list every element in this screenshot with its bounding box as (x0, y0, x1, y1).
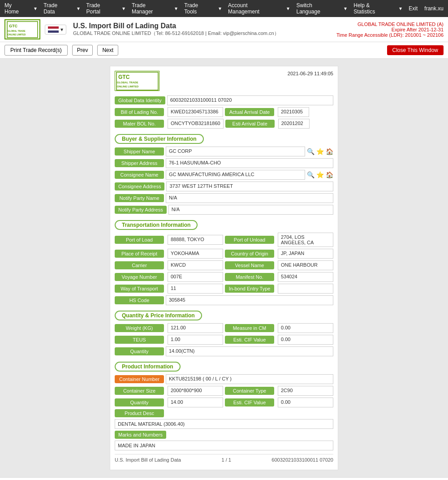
record-logo: GTC GLOBAL TRADE ONLINE LIMITED (115, 71, 159, 91)
username: frank.xu (424, 5, 444, 12)
master-bol-label: Mater BOL No. (115, 120, 164, 128)
svg-text:ONLINE LIMITED: ONLINE LIMITED (8, 33, 26, 36)
inbond-label: In-bond Entry Type (225, 285, 274, 293)
nav-trade-tools[interactable]: Trade Tools (184, 2, 212, 15)
carrier-pair: Carrier KWCD (115, 260, 223, 270)
container-number-label: Container Number (115, 375, 164, 383)
main-record-panel: GTC GLOBAL TRADE ONLINE LIMITED 2021-06-… (110, 66, 338, 470)
shipper-address-row: Shipper Address 76-1 HASUNUMA-CHO (115, 158, 333, 168)
container-size-type-row: Container Size 2000*800*900 Container Ty… (115, 386, 333, 396)
transportation-section: Transportation Information Port of Load … (115, 216, 333, 305)
global-data-identity-label: Global Data Identity (115, 96, 165, 104)
measure-value: 0.00 (278, 323, 333, 333)
company-logo: GTC GLOBAL TRADE ONLINE LIMITED (4, 19, 40, 39)
transport-value: 11 (168, 284, 223, 294)
weight-value: 121.00 (168, 323, 223, 333)
shipper-address-value: 76-1 HASUNUMA-CHO (166, 158, 333, 168)
esti-arrival-label: Esti Arrival Date (225, 120, 275, 128)
nav-trade-portal[interactable]: Trade Portal (86, 2, 116, 15)
logo-area: GTC GLOBAL TRADE ONLINE LIMITED ▾ (4, 19, 66, 39)
hs-code-value: 305845 (166, 295, 333, 305)
manifest-label: Manifest No. (225, 273, 274, 281)
cif2-label: Esti. CIF Value (225, 398, 274, 406)
master-bol-pair: Mater BOL No. ONCYTYOB32181860 (115, 119, 224, 129)
shipper-icons: 🔍 ⭐ 🏠 (307, 148, 333, 155)
quantity-price-header: Quantity & Price Information (115, 311, 202, 320)
origin-label: Country of Origin (225, 250, 274, 258)
home-icon-shipper[interactable]: 🏠 (326, 148, 333, 155)
bol-label: Bill of Lading No. (115, 108, 164, 116)
receipt-pair: Place of Receipt YOKOHAMA (115, 249, 223, 259)
port-load-pair: Port of Load 88888, TOKYO (115, 235, 223, 245)
consignee-name-value: GC MANUFACTURING AMERICA LLC (166, 170, 305, 180)
port-load-label: Port of Load (115, 236, 164, 244)
record-label-bottom: U.S. Import Bill of Lading Data (115, 457, 181, 463)
notify-party-name-row: Notify Party Name N/A (115, 193, 333, 203)
star-icon-shipper[interactable]: ⭐ (316, 148, 324, 155)
actual-arrival-label: Actual Arrival Date (225, 108, 274, 116)
nav-my-home[interactable]: My Home (4, 2, 27, 15)
esti-arrival-pair: Esti Arrival Date 20201202 (225, 119, 333, 129)
us-flag-icon (48, 26, 59, 33)
notify-party-address-value: N/A (168, 205, 333, 215)
search-icon-consignee[interactable]: 🔍 (307, 171, 314, 178)
global-data-identity-value: 60032021033100011 07020 (167, 95, 333, 105)
cif2-value: 0.00 (278, 398, 333, 407)
record-header: GTC GLOBAL TRADE ONLINE LIMITED 2021-06-… (115, 71, 333, 91)
teus-label: TEUS (115, 336, 164, 344)
language-selector[interactable]: ▾ (45, 25, 66, 35)
transport-inbond-row: Way of Transport 11 In-bond Entry Type (115, 284, 333, 294)
marks-label: Marks and Numbers (115, 431, 166, 439)
nav-account-management[interactable]: Account Management (228, 2, 280, 15)
notify-party-name-label: Notify Party Name (115, 194, 164, 202)
container-size-label: Container Size (115, 387, 164, 395)
carrier-label: Carrier (115, 261, 164, 269)
time-range: Time Range Accessible (LDR): 201001 ~ 20… (336, 32, 444, 38)
cif1-pair: Esti. CIF Value 0.00 (225, 335, 333, 345)
svg-text:GTC: GTC (118, 74, 130, 80)
global-data-identity-row: Global Data Identity 60032021033100011 0… (115, 95, 333, 105)
top-nav: My Home ▾ Trade Data ▾ Trade Portal ▾ Tr… (0, 0, 448, 17)
shipper-name-label: Shipper Name (115, 147, 164, 156)
consignee-name-label: Consignee Name (115, 171, 164, 179)
pagination: 1 / 1 (221, 457, 231, 463)
marks-label-row: Marks and Numbers (115, 431, 333, 439)
origin-pair: Country of Origin JP, JAPAN (225, 249, 333, 259)
nav-trade-manager[interactable]: Trade Manager (132, 2, 168, 15)
close-button-top[interactable]: Close This Window (387, 45, 444, 55)
teus-value: 1.00 (168, 335, 223, 345)
product-desc-value: DENTAL MATERIAL (3006.40) (115, 419, 333, 429)
inbond-pair: In-bond Entry Type (225, 284, 333, 294)
quantity-value: 14.00(CTN) (166, 346, 333, 356)
prev-button-top[interactable]: Prev (72, 45, 93, 56)
home-icon-consignee[interactable]: 🏠 (326, 171, 333, 178)
svg-text:GLOBAL TRADE: GLOBAL TRADE (8, 30, 26, 32)
shipper-name-value: GC CORP (166, 147, 305, 156)
print-button-top[interactable]: Print Trade Record(s) (4, 45, 68, 56)
nav-switch-language[interactable]: Switch Language (296, 2, 337, 15)
search-icon-shipper[interactable]: 🔍 (307, 148, 314, 155)
nav-trade-data[interactable]: Trade Data (43, 2, 70, 15)
nav-exit[interactable]: Exit (409, 5, 418, 12)
master-bol-row: Mater BOL No. ONCYTYOB32181860 Esti Arri… (115, 119, 333, 129)
actual-arrival-value: 20210305 (278, 107, 309, 117)
consignee-address-value: 3737 WEST 127TH STREET (166, 182, 333, 191)
marks-value: MADE IN JAPAN (115, 441, 333, 450)
product-qty-pair: Quantity 14.00 (115, 398, 223, 407)
next-button-top[interactable]: Next (97, 45, 118, 56)
weight-label: Weight (KG) (115, 324, 164, 332)
page-header: GTC GLOBAL TRADE ONLINE LIMITED ▾ U.S. I… (0, 17, 448, 42)
product-desc-label: Product Desc (115, 409, 164, 417)
shipper-address-label: Shipper Address (115, 159, 164, 167)
buyer-supplier-section: Buyer & Supplier Information Shipper Nam… (115, 130, 333, 215)
nav-help-statistics[interactable]: Help & Statistics (353, 2, 392, 15)
svg-text:GLOBAL TRADE: GLOBAL TRADE (117, 81, 138, 84)
container-size-value: 2000*800*900 (168, 386, 223, 396)
receipt-label: Place of Receipt (115, 250, 164, 258)
quantity-price-section: Quantity & Price Information Weight (KG)… (115, 307, 333, 356)
transportation-header: Transportation Information (115, 220, 198, 230)
product-header: Product Information (115, 362, 181, 372)
star-icon-consignee[interactable]: ⭐ (316, 171, 324, 178)
header-right-info: GLOBAL TRADE ONLINE LIMITED (A) Expire A… (336, 22, 444, 38)
shipper-name-row: Shipper Name GC CORP 🔍 ⭐ 🏠 (115, 147, 333, 156)
